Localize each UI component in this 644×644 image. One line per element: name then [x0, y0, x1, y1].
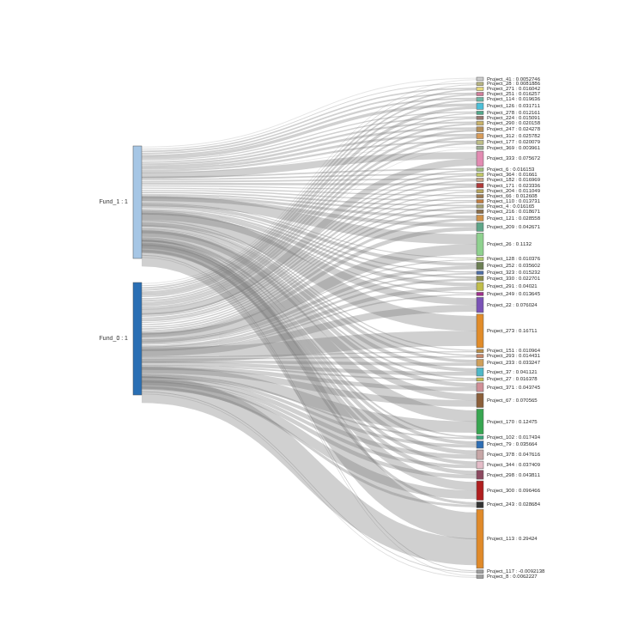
target-label-Project_300: Project_300 : 0.096466 [487, 488, 541, 493]
target-node-Project_110 [477, 200, 483, 204]
target-label-Project_323: Project_323 : 0.015232 [487, 270, 541, 275]
target-label-Project_312: Project_312 : 0.025782 [487, 133, 541, 138]
target-node-Project_128 [477, 258, 483, 261]
target-label-Project_126: Project_126 : 0.031711 [487, 103, 541, 108]
target-label-Project_378: Project_378 : 0.047616 [487, 452, 541, 457]
target-label-Project_252: Project_252 : 0.035602 [487, 263, 541, 268]
target-label-Project_249: Project_249 : 0.013645 [487, 291, 541, 296]
sankey-link [142, 184, 477, 185]
target-node-Project_204 [477, 190, 483, 193]
target-node-Project_252 [477, 263, 483, 270]
sankey-diagram: Fund_1 : 1Fund_0 : 1Project_41 : 0.00527… [0, 0, 644, 644]
target-node-Project_102 [477, 436, 483, 440]
target-node-Project_177 [477, 141, 483, 145]
target-node-Project_121 [477, 216, 483, 222]
target-node-Project_298 [477, 471, 483, 479]
target-node-Project_66 [477, 195, 483, 198]
target-node-Project_293 [477, 355, 483, 358]
target-label-Project_247: Project_247 : 0.024278 [487, 126, 541, 131]
target-label-Project_37: Project_37 : 0.041121 [487, 369, 538, 374]
target-label-Project_233: Project_233 : 0.033247 [487, 360, 541, 365]
target-node-Project_41 [477, 77, 483, 81]
target-node-Project_300 [477, 481, 483, 501]
target-node-Project_26 [477, 233, 483, 255]
target-label-Project_121: Project_121 : 0.028558 [487, 216, 541, 221]
target-node-Project_37 [477, 368, 483, 376]
target-label-Project_209: Project_209 : 0.042671 [487, 224, 541, 229]
target-label-Project_26: Project_26 : 0.1132 [487, 241, 532, 246]
target-node-Project_371 [477, 383, 483, 392]
target-node-Project_247 [477, 127, 483, 132]
target-node-Project_243 [477, 502, 483, 508]
target-node-Project_249 [477, 292, 483, 295]
source-label-Fund_1: Fund_1 : 1 [100, 198, 129, 205]
target-node-Project_126 [477, 103, 483, 109]
target-node-Project_323 [477, 271, 483, 275]
target-node-Project_22 [477, 297, 483, 313]
target-node-Project_6 [477, 168, 483, 172]
target-label-Project_22: Project_22 : 0.076024 [487, 302, 538, 307]
target-label-Project_79: Project_79 : 0.035664 [487, 441, 538, 447]
target-node-Project_271 [477, 88, 483, 91]
target-label-Project_298: Project_298 : 0.043811 [487, 472, 541, 477]
source-node-Fund_0 [133, 283, 142, 395]
target-node-Project_151 [477, 349, 483, 353]
target-label-Project_371: Project_371 : 0.043745 [487, 385, 541, 390]
target-label-Project_369: Project_369 : 0.003961 [487, 145, 541, 150]
target-node-Project_117 [477, 570, 483, 574]
target-label-Project_4: Project_4 : 0.016165 [487, 204, 535, 209]
target-label-Project_27: Project_27 : 0.016378 [487, 376, 538, 381]
target-node-Project_27 [477, 378, 483, 381]
target-node-Project_28 [477, 82, 483, 86]
source-node-Fund_1 [133, 146, 142, 258]
target-label-Project_243: Project_243 : 0.028684 [487, 501, 541, 507]
target-label-Project_113: Project_113 : 0.29424 [487, 536, 538, 541]
target-node-Project_170 [477, 410, 483, 434]
target-node-Project_278 [477, 111, 483, 114]
target-label-Project_216: Project_216 : 0.018671 [487, 209, 541, 214]
target-node-Project_79 [477, 441, 483, 448]
target-node-Project_312 [477, 133, 483, 138]
target-node-Project_114 [477, 97, 483, 101]
target-label-Project_344: Project_344 : 0.037409 [487, 462, 541, 467]
target-node-Project_4 [477, 204, 483, 208]
target-node-Project_224 [477, 116, 483, 119]
target-node-Project_330 [477, 276, 483, 281]
target-label-Project_293: Project_293 : 0.014431 [487, 353, 541, 358]
target-label-Project_170: Project_170 : 0.12475 [487, 419, 538, 424]
target-label-Project_251: Project_251 : 0.016257 [487, 91, 541, 96]
target-label-Project_273: Project_273 : 0.16711 [487, 328, 538, 333]
target-node-Project_209 [477, 222, 483, 231]
target-node-Project_216 [477, 210, 483, 213]
target-label-Project_224: Project_224 : 0.015091 [487, 115, 541, 120]
target-node-Project_290 [477, 121, 483, 125]
target-node-Project_378 [477, 450, 483, 459]
target-node-Project_333 [477, 151, 483, 167]
target-label-Project_128: Project_128 : 0.010376 [487, 256, 541, 261]
target-label-Project_114: Project_114 : 0.019636 [487, 96, 541, 101]
target-node-Project_251 [477, 93, 483, 96]
target-node-Project_291 [477, 283, 483, 290]
target-label-Project_8: Project_8 : 0.0062227 [487, 574, 538, 579]
target-label-Project_67: Project_67 : 0.070565 [487, 398, 538, 403]
target-label-Project_182: Project_182 : 0.016969 [487, 177, 541, 182]
target-label-Project_333: Project_333 : 0.075672 [487, 155, 541, 161]
source-label-Fund_0: Fund_0 : 1 [100, 335, 129, 342]
target-label-Project_330: Project_330 : 0.022701 [487, 276, 541, 281]
target-node-Project_369 [477, 146, 483, 149]
target-label-Project_290: Project_290 : 0.020158 [487, 120, 541, 125]
target-node-Project_233 [477, 360, 483, 367]
target-label-Project_171: Project_171 : 0.023336 [487, 183, 541, 188]
target-node-Project_182 [477, 178, 483, 181]
target-node-Project_273 [477, 314, 483, 348]
sankey-links [142, 78, 477, 577]
target-label-Project_291: Project_291 : 0.04021 [487, 283, 538, 289]
target-label-Project_177: Project_177 : 0.020079 [487, 139, 541, 144]
target-node-Project_67 [477, 393, 483, 407]
target-node-Project_8 [477, 575, 483, 579]
target-node-Project_364 [477, 173, 483, 177]
target-node-Project_171 [477, 183, 483, 187]
target-label-Project_102: Project_102 : 0.017434 [487, 434, 541, 440]
target-node-Project_113 [477, 509, 483, 568]
target-node-Project_344 [477, 461, 483, 469]
